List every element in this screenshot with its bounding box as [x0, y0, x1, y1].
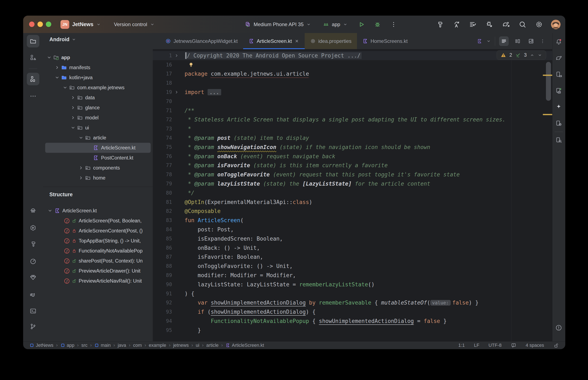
tab-ArticleScreen.kt[interactable]: ArticleScreen.kt	[243, 33, 305, 49]
breadcrumb-ui[interactable]: ui	[196, 342, 199, 348]
structure-item[interactable]: fArticleScreenContent(Post, ()	[43, 226, 153, 236]
tree-item-com.example.jetnews[interactable]: com.example.jetnews	[43, 83, 153, 93]
warning-stripe-mark[interactable]	[543, 114, 552, 115]
line-number[interactable]: 85	[153, 236, 172, 242]
line-number[interactable]: 75	[153, 144, 172, 150]
structure-item[interactable]: fPreviewArticleDrawer(): Unit	[43, 266, 153, 276]
line-number[interactable]: 70	[153, 98, 172, 104]
breadcrumb-src[interactable]: src	[81, 342, 87, 348]
close-icon[interactable]	[294, 39, 299, 43]
chevron-right-icon[interactable]	[70, 95, 76, 100]
chevron-right-icon[interactable]	[78, 165, 84, 171]
version-control-menu[interactable]: Version control	[114, 21, 147, 27]
device-mirroring-button[interactable]	[552, 117, 565, 130]
tree-item-PostContent.kt[interactable]: PostContent.kt	[43, 153, 153, 163]
line-number[interactable]: 81	[153, 199, 172, 205]
line-number[interactable]: 76	[153, 153, 172, 159]
maximize-window-button[interactable]	[46, 21, 51, 27]
editor-options-button[interactable]	[540, 38, 545, 44]
structure-item[interactable]: fArticleScreen(Post, Boolean,	[43, 216, 153, 226]
device-explorer-button[interactable]	[552, 134, 565, 146]
next-problem-button[interactable]	[538, 53, 542, 57]
line-number[interactable]: 87	[153, 254, 172, 260]
notifications-button[interactable]	[552, 36, 565, 48]
chevron-down-icon[interactable]	[46, 55, 52, 60]
profiler-tool-button[interactable]	[27, 255, 39, 267]
code-view-button[interactable]	[499, 36, 509, 46]
editor-scrollbar[interactable]	[546, 62, 551, 101]
run-button[interactable]	[358, 21, 365, 28]
resource-manager-tool-button[interactable]	[27, 51, 39, 64]
tree-item-data[interactable]: data	[43, 93, 153, 103]
fold-chevron-icon[interactable]	[174, 53, 179, 58]
tree-item-article[interactable]: article	[43, 133, 153, 143]
line-number[interactable]: 1	[153, 53, 172, 58]
line-number[interactable]: 90	[153, 282, 172, 287]
chevron-right-icon[interactable]	[70, 105, 76, 110]
design-view-button[interactable]	[526, 36, 536, 46]
breadcrumb-example[interactable]: example	[149, 342, 166, 348]
project-name-menu[interactable]: JetNews	[72, 21, 93, 27]
file-encoding[interactable]: UTF-8	[489, 342, 502, 348]
build-tool-button[interactable]	[27, 238, 39, 250]
breadcrumb-jetnews[interactable]: jetnews	[173, 342, 189, 348]
project-tool-button[interactable]	[27, 35, 39, 47]
run-configuration-selector[interactable]: app	[332, 21, 340, 27]
apply-changes-button[interactable]	[452, 20, 460, 28]
breadcrumb-main[interactable]: main	[94, 342, 111, 348]
line-number[interactable]: 16	[153, 62, 172, 68]
tree-item-model[interactable]: model	[43, 113, 153, 123]
inspections-bubble-icon[interactable]	[511, 342, 516, 348]
running-devices-button[interactable]	[552, 84, 565, 97]
line-number[interactable]: 93	[153, 309, 172, 315]
app-quality-insights-tool-button[interactable]	[27, 271, 39, 284]
line-number[interactable]: 82	[153, 208, 172, 214]
unlocked-icon[interactable]	[553, 342, 559, 348]
structure-tool-button[interactable]	[27, 73, 39, 85]
structure-item[interactable]: fTopAppBar(String, () -> Unit,	[43, 236, 153, 246]
tree-item-glance[interactable]: glance	[43, 103, 153, 113]
problems-button[interactable]	[552, 322, 565, 334]
user-avatar[interactable]	[551, 20, 561, 29]
line-number[interactable]: 74	[153, 135, 172, 141]
line-number[interactable]: 78	[153, 171, 172, 177]
line-number[interactable]: 72	[153, 117, 172, 122]
line-number[interactable]: 77	[153, 162, 172, 168]
settings-gear-button[interactable]	[535, 20, 543, 28]
warning-stripe-mark[interactable]	[543, 75, 552, 76]
breadcrumb-app[interactable]: app	[61, 342, 75, 348]
inspection-widget[interactable]: 2 3	[497, 50, 546, 60]
breadcrumb-article[interactable]: article	[206, 342, 219, 348]
more-actions-button[interactable]	[390, 21, 397, 28]
chevron-right-icon[interactable]	[78, 175, 84, 181]
tree-item-kotlin+java[interactable]: kotlin+java	[43, 73, 153, 83]
split-view-button[interactable]	[513, 36, 522, 46]
previous-problem-button[interactable]	[530, 53, 534, 57]
apply-code-changes-button[interactable]	[469, 20, 477, 28]
line-number[interactable]: 92	[153, 300, 172, 305]
gradle-sync-button[interactable]	[502, 20, 510, 28]
fold-chevron-icon[interactable]	[174, 90, 179, 95]
close-window-button[interactable]	[29, 21, 35, 27]
tree-item-ArticleScreen.kt[interactable]: ArticleScreen.kt	[45, 143, 151, 153]
breadcrumb-com[interactable]: com	[133, 342, 142, 348]
build-hammer-button[interactable]	[436, 20, 444, 28]
terminal-tool-button[interactable]	[27, 305, 39, 317]
services-tool-button[interactable]	[27, 222, 39, 234]
search-everywhere-button[interactable]	[519, 20, 527, 28]
structure-root[interactable]: ArticleScreen.kt	[43, 206, 153, 216]
chevron-right-icon[interactable]	[54, 65, 60, 70]
gradle-button[interactable]	[552, 52, 565, 64]
line-number[interactable]: 73	[153, 126, 172, 132]
line-number[interactable]: 86	[153, 245, 172, 251]
chevron-down-icon[interactable]	[62, 85, 68, 90]
line-number[interactable]: 94	[153, 318, 172, 324]
structure-item[interactable]: fsharePost(Post, Context): Un	[43, 256, 153, 266]
attach-debugger-button[interactable]	[486, 20, 493, 28]
chevron-down-icon[interactable]	[70, 125, 76, 131]
chevron-down-icon[interactable]	[47, 208, 53, 213]
line-number[interactable]: 91	[153, 291, 172, 297]
more-tool-windows-button[interactable]	[27, 90, 39, 102]
breadcrumb-JetNews[interactable]: JetNews	[29, 342, 53, 348]
caret-position[interactable]: 1:1	[458, 342, 465, 348]
